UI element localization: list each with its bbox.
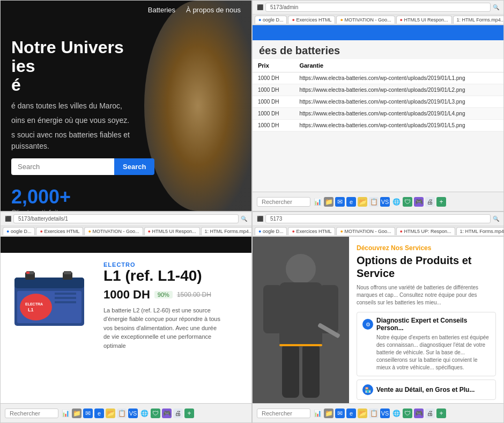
icon-extra-3[interactable]: + bbox=[184, 409, 194, 418]
price-cell: 1000 DH bbox=[253, 72, 294, 84]
dark-header-3 bbox=[1, 237, 251, 253]
icon-print-4[interactable]: 🖨 bbox=[425, 409, 435, 418]
icon-clipboard-4[interactable]: 📋 bbox=[369, 409, 379, 418]
icon-vscode-4[interactable]: VS bbox=[380, 409, 390, 418]
icon-game-4[interactable]: 🎮 bbox=[414, 409, 424, 418]
tab-3-1[interactable]: ● oogle D... bbox=[3, 227, 35, 235]
icon-vscode-3[interactable]: VS bbox=[128, 409, 138, 418]
panel-services: ⬛ 5173 🔍 ● oogle D... ● Exercices HTML ●… bbox=[252, 212, 504, 423]
taskbar-icons-3: 📊 📁 ✉ e 📂 📋 VS 🌐 🛡 🎮 🖨 + bbox=[61, 409, 194, 418]
icon-files[interactable]: 📂 bbox=[358, 197, 367, 207]
page-title: ées de batteries bbox=[253, 40, 503, 59]
icon-folder-4[interactable]: 📁 bbox=[324, 409, 333, 418]
price-cell: 1000 DH bbox=[253, 120, 294, 132]
icon-clipboard-3[interactable]: 📋 bbox=[117, 409, 127, 418]
url-bar-3[interactable]: 5173/batterydetails/1 bbox=[13, 214, 239, 223]
tab-4-2[interactable]: ● Exercices HTML bbox=[288, 227, 335, 235]
search-input[interactable] bbox=[11, 158, 114, 175]
icon-print[interactable]: 🖨 bbox=[425, 197, 435, 207]
hero-subtitle-2: oins en énergie où que vous soyez. bbox=[11, 115, 156, 126]
batteries-table: Prix Garantie 1000 DH https://www.electr… bbox=[253, 59, 503, 132]
tab-3-2[interactable]: ● Exercices HTML bbox=[36, 227, 83, 235]
icon-edge-3[interactable]: e bbox=[94, 409, 104, 418]
svg-rect-13 bbox=[55, 301, 76, 303]
nav-about[interactable]: À propos de nous bbox=[186, 6, 241, 14]
icon-chrome[interactable]: 🌐 bbox=[391, 197, 401, 207]
svg-rect-12 bbox=[55, 297, 76, 299]
icon-chart-4[interactable]: 📊 bbox=[313, 409, 322, 418]
table-row: 1000 DH https://www.electra-batteries.co… bbox=[253, 96, 503, 108]
icon-files-4[interactable]: 📂 bbox=[358, 409, 367, 418]
icon-extra-4[interactable]: + bbox=[436, 409, 446, 418]
icon-shield[interactable]: 🛡 bbox=[403, 197, 412, 207]
mechanic-svg bbox=[253, 237, 349, 403]
taskbar: 📊 📁 ✉ e 📂 📋 VS 🌐 🛡 🎮 🖨 + bbox=[253, 192, 503, 211]
search-button[interactable]: Search bbox=[114, 158, 154, 175]
icon-edge[interactable]: e bbox=[346, 197, 356, 207]
svg-rect-16 bbox=[279, 282, 322, 347]
tab-3-5[interactable]: 1: HTML Forms.mp4... bbox=[201, 227, 251, 235]
tab-5[interactable]: 1: HTML Forms.mp4... bbox=[453, 16, 503, 24]
garantie-cell: https://www.electra-batteries.com/wp-con… bbox=[294, 72, 503, 84]
tab-3[interactable]: ● MOTIVATION - Goo... bbox=[336, 16, 395, 24]
icon-print-3[interactable]: 🖨 bbox=[173, 409, 183, 418]
icon-mail-4[interactable]: ✉ bbox=[335, 409, 345, 418]
stats-number: 2,000+ bbox=[11, 186, 241, 208]
tab-3-3[interactable]: ● MOTIVATION - Goo... bbox=[84, 227, 143, 235]
service-desc-1: Notre équipe d'experts en batteries est … bbox=[362, 334, 490, 371]
icon-vscode[interactable]: VS bbox=[380, 197, 390, 207]
nav-batteries[interactable]: Batteries bbox=[148, 6, 175, 14]
icon-clipboard[interactable]: 📋 bbox=[369, 197, 379, 207]
browser-bar-4: ⬛ 5173 🔍 bbox=[253, 212, 503, 226]
icon-extra[interactable]: + bbox=[436, 197, 446, 207]
url-bar-4[interactable]: 5173 bbox=[265, 214, 491, 223]
taskbar-4: 📊 📁 ✉ e 📂 📋 VS 🌐 🛡 🎮 🖨 + bbox=[253, 403, 503, 422]
product-info: ELECTRO L1 (ref. L1-40) 1000 DH 90% 1500… bbox=[103, 261, 243, 350]
battery-svg: ELECTRA L1 bbox=[9, 261, 90, 331]
col-prix: Prix bbox=[253, 59, 294, 72]
tab-4-5[interactable]: 1: HTML Forms.mp4... bbox=[456, 227, 503, 235]
icon-mail[interactable]: ✉ bbox=[335, 197, 345, 207]
garantie-cell: https://www.electra-batteries.com/wp-con… bbox=[294, 120, 503, 132]
service-header-1: ⚙ Diagnostic Expert et Conseils Person..… bbox=[362, 317, 490, 332]
price-old: 1500.00 DH bbox=[177, 291, 211, 298]
icon-game-3[interactable]: 🎮 bbox=[162, 409, 172, 418]
col-garantie: Garantie bbox=[294, 59, 503, 72]
taskbar-search-4[interactable] bbox=[257, 409, 310, 418]
icon-shield-3[interactable]: 🛡 bbox=[151, 409, 160, 418]
svg-rect-17 bbox=[263, 285, 282, 333]
url-bar[interactable]: 5173/admin bbox=[265, 3, 491, 12]
garantie-cell: https://www.electra-batteries.com/wp-con… bbox=[294, 84, 503, 96]
service-icon-2: 🏪 bbox=[362, 384, 373, 395]
icon-chrome-3[interactable]: 🌐 bbox=[139, 409, 149, 418]
tab-3-4[interactable]: ● HTML5 UI Respon... bbox=[144, 227, 200, 235]
icon-files-3[interactable]: 📂 bbox=[106, 409, 115, 418]
taskbar-3: 📊 📁 ✉ e 📂 📋 VS 🌐 🛡 🎮 🖨 + bbox=[1, 403, 251, 422]
hero-image-4 bbox=[253, 237, 349, 407]
icon-chart-3[interactable]: 📊 bbox=[61, 409, 70, 418]
panel-battery-detail: ⬛ 5173/batterydetails/1 🔍 ● oogle D... ●… bbox=[0, 212, 252, 423]
tab-4[interactable]: ● HTML5 UI Respon... bbox=[396, 16, 452, 24]
taskbar-icons-4: 📊 📁 ✉ e 📂 📋 VS 🌐 🛡 🎮 🖨 + bbox=[313, 409, 446, 418]
hero-subtitle-3: s souci avec nos batteries fiables et pu… bbox=[11, 129, 156, 152]
battery-image: ELECTRA L1 bbox=[9, 261, 95, 342]
icon-shield-4[interactable]: 🛡 bbox=[403, 409, 412, 418]
tab-4-4[interactable]: ● HTML5 UP: Respon... bbox=[396, 227, 455, 235]
hero-content: Batteries À propos de nous Notre Univers… bbox=[1, 1, 251, 211]
icon-folder[interactable]: 📁 bbox=[324, 197, 333, 207]
icon-folder-3[interactable]: 📁 bbox=[72, 409, 81, 418]
icon-game[interactable]: 🎮 bbox=[414, 197, 424, 207]
table-row: 1000 DH https://www.electra-batteries.co… bbox=[253, 120, 503, 132]
tab-4-1[interactable]: ● oogle D... bbox=[255, 227, 287, 235]
icon-edge-4[interactable]: e bbox=[346, 409, 356, 418]
icon-mail-3[interactable]: ✉ bbox=[83, 409, 93, 418]
tab-4-3[interactable]: ● MOTIVATION - Goo... bbox=[336, 227, 395, 235]
icon-chart[interactable]: 📊 bbox=[313, 197, 322, 207]
tab-1[interactable]: ● oogle D... bbox=[255, 16, 287, 24]
taskbar-search-input[interactable] bbox=[257, 197, 310, 207]
svg-point-15 bbox=[286, 254, 316, 284]
tab-2[interactable]: ● Exercices HTML bbox=[288, 16, 335, 24]
icon-chrome-4[interactable]: 🌐 bbox=[391, 409, 401, 418]
taskbar-search-3[interactable] bbox=[5, 409, 58, 418]
service-title-1: Diagnostic Expert et Conseils Person... bbox=[376, 317, 490, 332]
